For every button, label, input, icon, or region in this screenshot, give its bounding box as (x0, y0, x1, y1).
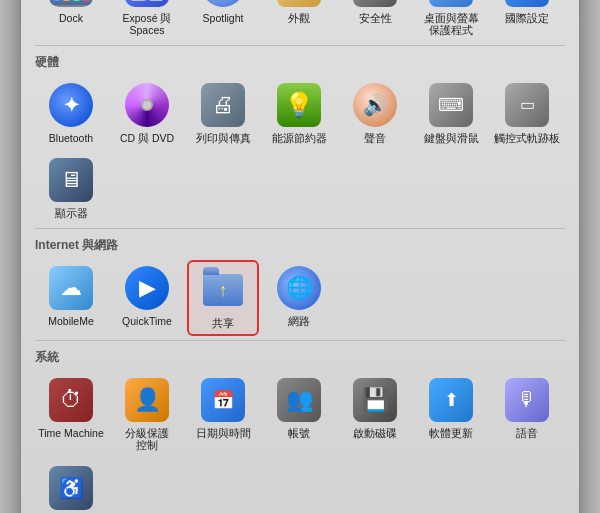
section-system-label: 系統 (35, 349, 565, 366)
startup-label: 啟動磁碟 (353, 427, 397, 440)
expose-icon (123, 0, 171, 9)
pref-mobileme[interactable]: ☁ MobileMe (35, 260, 107, 336)
cd-icon (123, 81, 171, 129)
pref-timemachine[interactable]: ⏱ Time Machine (35, 372, 107, 456)
quicktime-label: QuickTime (122, 315, 172, 328)
pref-sound[interactable]: 🔊 聲音 (339, 77, 411, 149)
network-icon: 🌐 (275, 264, 323, 312)
section-hardware-label: 硬體 (35, 54, 565, 71)
pref-display[interactable]: 🖥 顯示器 (35, 152, 107, 224)
intl-icon: 🌐 (503, 0, 551, 9)
pref-network[interactable]: 🌐 網路 (263, 260, 335, 336)
speech-icon: 🎙 (503, 376, 551, 424)
mobileme-label: MobileMe (48, 315, 94, 328)
desktop-label: 桌面與螢幕保護程式 (424, 12, 479, 37)
pref-spotlight[interactable]: 🔍 Spotlight (187, 0, 259, 41)
sharing-icon: ↑ (199, 266, 247, 314)
sound-label: 聲音 (364, 132, 386, 145)
trackpad-icon: ▭ (503, 81, 551, 129)
section-hardware-grid: ✦ Bluetooth CD 與 DVD 🖨 列印與傳真 (35, 77, 565, 224)
timemachine-icon: ⏱ (47, 376, 95, 424)
softupdate-label: 軟體更新 (429, 427, 473, 440)
accounts-label: 帳號 (288, 427, 310, 440)
pref-appearance[interactable]: 📰 外觀 (263, 0, 335, 41)
network-label: 網路 (288, 315, 310, 328)
appearance-icon: 📰 (275, 0, 323, 9)
print-icon: 🖨 (199, 81, 247, 129)
pref-trackpad[interactable]: ▭ 觸控式軌跡板 (491, 77, 563, 149)
pref-print[interactable]: 🖨 列印與傳真 (187, 77, 259, 149)
expose-label: Exposé 與Spaces (123, 12, 172, 37)
section-internet-label: Internet 與網路 (35, 237, 565, 254)
dock-icon (47, 0, 95, 9)
datetime-label: 日期與時間 (196, 427, 251, 440)
datetime-icon: 📅 (199, 376, 247, 424)
section-system-grid: ⏱ Time Machine 👤 分級保護控制 📅 日期與時間 👥 (35, 372, 565, 514)
print-label: 列印與傳真 (196, 132, 251, 145)
startup-icon: 💾 (351, 376, 399, 424)
display-label: 顯示器 (55, 207, 88, 220)
timemachine-label: Time Machine (38, 427, 104, 440)
pref-cd[interactable]: CD 與 DVD (111, 77, 183, 149)
keyboard-label: 鍵盤與滑鼠 (424, 132, 479, 145)
dock-label: Dock (59, 12, 83, 25)
pref-accounts[interactable]: 👥 帳號 (263, 372, 335, 456)
bluetooth-icon: ✦ (47, 81, 95, 129)
pref-quicktime[interactable]: ▶ QuickTime (111, 260, 183, 336)
security-icon: 🔒 (351, 0, 399, 9)
pref-startup[interactable]: 💾 啟動磁碟 (339, 372, 411, 456)
pref-bluetooth[interactable]: ✦ Bluetooth (35, 77, 107, 149)
pref-dock[interactable]: Dock (35, 0, 107, 41)
spotlight-icon: 🔍 (199, 0, 247, 9)
pref-parental[interactable]: 👤 分級保護控制 (111, 372, 183, 456)
pref-speech[interactable]: 🎙 語音 (491, 372, 563, 456)
sound-icon: 🔊 (351, 81, 399, 129)
keyboard-icon: ⌨ (427, 81, 475, 129)
pref-security[interactable]: 🔒 安全性 (339, 0, 411, 41)
section-internet-grid: ☁ MobileMe ▶ QuickTime ↑ (35, 260, 565, 336)
quicktime-icon: ▶ (123, 264, 171, 312)
display-icon: 🖥 (47, 156, 95, 204)
divider-internet (35, 228, 565, 229)
softupdate-icon: ⬆ (427, 376, 475, 424)
energy-icon: 💡 (275, 81, 323, 129)
pref-softupdate[interactable]: ⬆ 軟體更新 (415, 372, 487, 456)
parental-label: 分級保護控制 (125, 427, 169, 452)
cd-label: CD 與 DVD (120, 132, 174, 145)
pref-desktop[interactable]: 🏞 桌面與螢幕保護程式 (415, 0, 487, 41)
pref-energy[interactable]: 💡 能源節約器 (263, 77, 335, 149)
pref-access[interactable]: ♿ 輔助使用 (35, 460, 107, 513)
intl-label: 國際設定 (505, 12, 549, 25)
pref-expose[interactable]: Exposé 與Spaces (111, 0, 183, 41)
sharing-label: 共享 (212, 317, 234, 330)
security-label: 安全性 (359, 12, 392, 25)
pref-intl[interactable]: 🌐 國際設定 (491, 0, 563, 41)
spotlight-label: Spotlight (203, 12, 244, 25)
mobileme-icon: ☁ (47, 264, 95, 312)
pref-keyboard[interactable]: ⌨ 鍵盤與滑鼠 (415, 77, 487, 149)
parental-icon: 👤 (123, 376, 171, 424)
trackpad-label: 觸控式軌跡板 (494, 132, 560, 145)
bluetooth-label: Bluetooth (49, 132, 93, 145)
system-preferences-window: 系統偏好設定 ◀ ▶ 顯示全部 🔍 個人 (20, 0, 580, 513)
speech-label: 語音 (516, 427, 538, 440)
accounts-icon: 👥 (275, 376, 323, 424)
pref-datetime[interactable]: 📅 日期與時間 (187, 372, 259, 456)
access-icon: ♿ (47, 464, 95, 512)
content-area: 個人 Dock (21, 0, 579, 513)
desktop-icon: 🏞 (427, 0, 475, 9)
energy-label: 能源節約器 (272, 132, 327, 145)
appearance-label: 外觀 (288, 12, 310, 25)
pref-sharing[interactable]: ↑ 共享 (187, 260, 259, 336)
section-personal-grid: Dock Exposé 與Spaces 🔍 Spotlight (35, 0, 565, 41)
divider-hardware (35, 45, 565, 46)
divider-system (35, 340, 565, 341)
